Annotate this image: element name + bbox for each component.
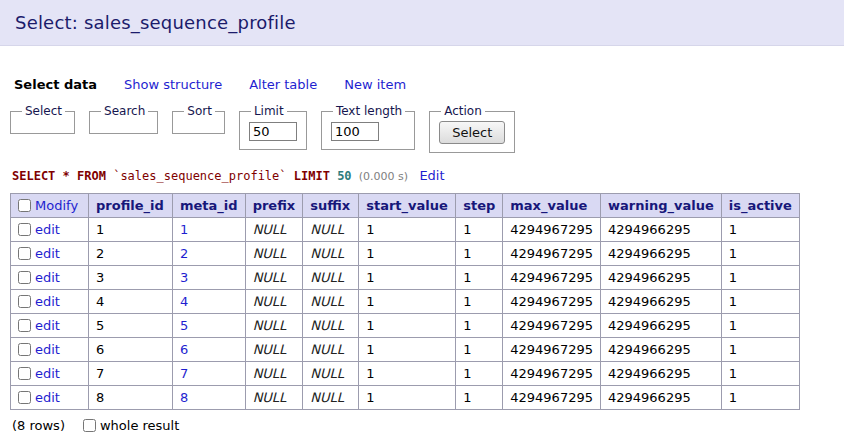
col-link-step[interactable]: step <box>463 198 495 213</box>
row-checkbox[interactable] <box>18 319 31 332</box>
cell-start-value: 1 <box>359 362 456 386</box>
whole-result-label: whole result <box>100 418 179 433</box>
select-button[interactable]: Select <box>439 121 505 144</box>
meta-id-link[interactable]: 2 <box>180 246 188 261</box>
cell-is-active: 1 <box>721 338 799 362</box>
cell-warning-value: 4294966295 <box>600 386 721 410</box>
text-length-input[interactable] <box>331 122 379 141</box>
edit-link[interactable]: edit <box>35 342 60 357</box>
text-length-fieldset: Text length <box>321 104 415 150</box>
tab-new-item[interactable]: New item <box>344 77 406 92</box>
select-fieldset: Select <box>10 104 75 134</box>
col-header-profile-id[interactable]: profile_id <box>89 194 173 218</box>
cell-step: 1 <box>456 362 503 386</box>
limit-fieldset: Limit <box>239 104 307 150</box>
col-link-profile-id[interactable]: profile_id <box>96 198 164 213</box>
modify-header-cell: Modify <box>11 194 89 218</box>
col-header-start-value[interactable]: start_value <box>359 194 456 218</box>
limit-input[interactable] <box>249 122 297 141</box>
cell-step: 1 <box>456 386 503 410</box>
cell-max-value: 4294967295 <box>503 266 601 290</box>
tab-show-structure[interactable]: Show structure <box>124 77 222 92</box>
cell-is-active: 1 <box>721 266 799 290</box>
col-link-start-value[interactable]: start_value <box>366 198 448 213</box>
edit-link[interactable]: edit <box>35 366 60 381</box>
modify-cell: edit <box>11 266 89 290</box>
select-all-checkbox[interactable] <box>18 199 31 212</box>
sql-edit-link[interactable]: Edit <box>419 168 444 183</box>
col-header-suffix[interactable]: suffix <box>303 194 359 218</box>
col-link-warning-value[interactable]: warning_value <box>608 198 714 213</box>
col-link-suffix[interactable]: suffix <box>310 198 350 213</box>
cell-start-value: 1 <box>359 242 456 266</box>
meta-id-link[interactable]: 7 <box>180 366 188 381</box>
col-link-max-value[interactable]: max_value <box>510 198 587 213</box>
table-row: edit 6 6 NULL NULL 1 1 4294967295 429496… <box>11 338 800 362</box>
meta-id-link[interactable]: 1 <box>180 222 188 237</box>
col-header-prefix[interactable]: prefix <box>245 194 303 218</box>
row-checkbox[interactable] <box>18 343 31 356</box>
cell-is-active: 1 <box>721 386 799 410</box>
cell-max-value: 4294967295 <box>503 386 601 410</box>
sql-select-keyword: SELECT * FROM <box>12 169 106 183</box>
sql-exec-time: (0.000 s) <box>359 170 408 183</box>
meta-id-link[interactable]: 5 <box>180 318 188 333</box>
row-checkbox[interactable] <box>18 223 31 236</box>
row-checkbox[interactable] <box>18 247 31 260</box>
cell-meta-id: 7 <box>173 362 246 386</box>
col-link-prefix[interactable]: prefix <box>253 198 296 213</box>
edit-link[interactable]: edit <box>35 318 60 333</box>
col-header-warning-value[interactable]: warning_value <box>600 194 721 218</box>
cell-warning-value: 4294966295 <box>600 290 721 314</box>
row-checkbox[interactable] <box>18 391 31 404</box>
cell-meta-id: 4 <box>173 290 246 314</box>
meta-id-link[interactable]: 8 <box>180 390 188 405</box>
cell-warning-value: 4294966295 <box>600 338 721 362</box>
cell-step: 1 <box>456 338 503 362</box>
cell-profile-id: 7 <box>89 362 173 386</box>
cell-prefix: NULL <box>245 338 303 362</box>
edit-link[interactable]: edit <box>35 222 60 237</box>
edit-link[interactable]: edit <box>35 246 60 261</box>
cell-start-value: 1 <box>359 218 456 242</box>
modify-cell: edit <box>11 314 89 338</box>
sql-query-line: SELECT * FROM `sales_sequence_profile` L… <box>10 168 834 183</box>
edit-link[interactable]: edit <box>35 294 60 309</box>
cell-max-value: 4294967295 <box>503 338 601 362</box>
row-checkbox[interactable] <box>18 271 31 284</box>
col-header-max-value[interactable]: max_value <box>503 194 601 218</box>
cell-prefix: NULL <box>245 290 303 314</box>
cell-warning-value: 4294966295 <box>600 266 721 290</box>
col-header-step[interactable]: step <box>456 194 503 218</box>
edit-link[interactable]: edit <box>35 270 60 285</box>
edit-link[interactable]: edit <box>35 390 60 405</box>
whole-result-checkbox[interactable] <box>83 419 96 432</box>
sort-legend: Sort <box>184 104 215 118</box>
cell-warning-value: 4294966295 <box>600 242 721 266</box>
col-link-is-active[interactable]: is_active <box>729 198 792 213</box>
table-row: edit 8 8 NULL NULL 1 1 4294967295 429496… <box>11 386 800 410</box>
view-nav: Select data Show structure Alter table N… <box>10 77 834 92</box>
action-legend: Action <box>441 104 485 118</box>
col-header-is-active[interactable]: is_active <box>721 194 799 218</box>
cell-suffix: NULL <box>303 314 359 338</box>
table-row: edit 2 2 NULL NULL 1 1 4294967295 429496… <box>11 242 800 266</box>
page-title: Select: sales_sequence_profile <box>15 12 296 33</box>
modify-cell: edit <box>11 362 89 386</box>
meta-id-link[interactable]: 3 <box>180 270 188 285</box>
cell-profile-id: 6 <box>89 338 173 362</box>
cell-prefix: NULL <box>245 218 303 242</box>
tab-select-data[interactable]: Select data <box>14 77 97 92</box>
limit-legend: Limit <box>251 104 287 118</box>
cell-is-active: 1 <box>721 362 799 386</box>
modify-link[interactable]: Modify <box>35 198 78 213</box>
meta-id-link[interactable]: 4 <box>180 294 188 309</box>
cell-max-value: 4294967295 <box>503 242 601 266</box>
cell-suffix: NULL <box>303 290 359 314</box>
col-header-meta-id[interactable]: meta_id <box>173 194 246 218</box>
row-checkbox[interactable] <box>18 367 31 380</box>
col-link-meta-id[interactable]: meta_id <box>180 198 238 213</box>
row-checkbox[interactable] <box>18 295 31 308</box>
tab-alter-table[interactable]: Alter table <box>249 77 317 92</box>
meta-id-link[interactable]: 6 <box>180 342 188 357</box>
